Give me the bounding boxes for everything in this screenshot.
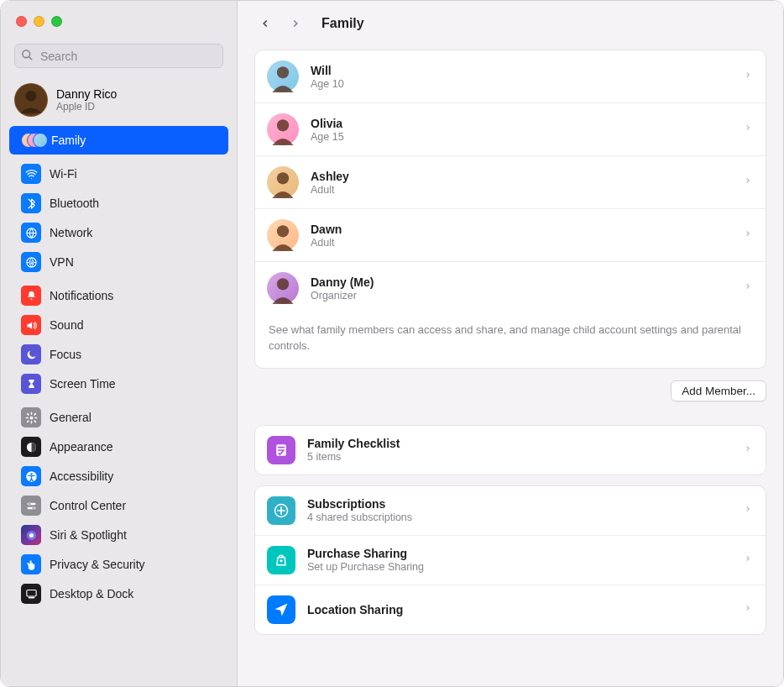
sidebar-item-label: Desktop & Dock [50, 587, 133, 600]
svg-rect-18 [26, 590, 35, 596]
sidebar-item-vpn[interactable]: VPN VPN [9, 248, 228, 276]
settings-window: Danny Rico Apple ID Family Wi-Fi [1, 1, 783, 686]
wifi-icon [21, 164, 41, 184]
chevron-right-icon [744, 503, 752, 518]
chevron-right-icon [744, 175, 752, 190]
member-name: Olivia [311, 117, 732, 130]
svg-point-8 [29, 416, 33, 419]
content-body[interactable]: Will Age 10 Olivia Age 15 Ashley Adult [238, 43, 783, 686]
svg-rect-27 [278, 449, 285, 451]
minimize-window-button[interactable] [34, 16, 44, 27]
avatar [14, 83, 48, 117]
svg-point-3 [26, 91, 37, 102]
member-name: Danny (Me) [311, 275, 732, 289]
avatar [267, 166, 299, 198]
setting-sub: 5 items [307, 451, 732, 463]
member-row[interactable]: Ashley Adult [255, 156, 766, 209]
zoom-window-button[interactable] [51, 16, 62, 27]
apple-id-row[interactable]: Danny Rico Apple ID [1, 78, 237, 125]
members-footer-text: See what family members can access and s… [255, 314, 766, 368]
sidebar-item-wi-fi[interactable]: Wi-Fi [9, 160, 228, 188]
sidebar-scroll[interactable]: Family Wi-Fi Bluetooth Network VPN VPN [1, 125, 237, 686]
svg-point-24 [277, 278, 289, 290]
window-controls [1, 1, 237, 37]
forward-button[interactable] [285, 13, 306, 34]
sidebar-item-screen-time[interactable]: Screen Time [9, 370, 228, 398]
member-row[interactable]: Will Age 10 [255, 50, 766, 103]
content-header: Family [238, 1, 783, 43]
member-sub: Adult [311, 237, 732, 249]
member-sub: Organizer [311, 290, 732, 302]
checklist-card: Family Checklist 5 items [254, 425, 766, 475]
speaker-icon [21, 315, 41, 335]
switches-icon [21, 496, 41, 516]
chevron-right-icon [744, 602, 752, 617]
setting-title: Purchase Sharing [307, 547, 732, 560]
svg-point-13 [28, 502, 31, 506]
close-window-button[interactable] [16, 16, 27, 27]
avatar [267, 113, 299, 145]
sidebar-item-label: Accessibility [50, 469, 113, 483]
sidebar-item-notifications[interactable]: Notifications [9, 281, 228, 310]
setting-title: Location Sharing [307, 603, 732, 616]
globe-icon [21, 223, 41, 243]
member-name: Ashley [311, 170, 732, 183]
account-sub: Apple ID [56, 101, 117, 113]
sidebar-item-label: Control Center [50, 499, 126, 512]
location-sharing-row[interactable]: Location Sharing [255, 585, 766, 634]
sidebar-item-label: General [50, 411, 91, 424]
chevron-right-icon [744, 553, 752, 568]
avatar [267, 60, 299, 92]
sidebar-item-label: Notifications [50, 289, 113, 302]
sidebar-item-focus[interactable]: Focus [9, 340, 228, 369]
sidebar-item-sound[interactable]: Sound [9, 311, 228, 339]
chevron-right-icon [744, 443, 752, 458]
search-input[interactable] [14, 44, 223, 68]
chevron-right-icon [744, 69, 752, 84]
checklist-icon [267, 436, 295, 464]
setting-title: Family Checklist [307, 437, 732, 450]
sidebar: Danny Rico Apple ID Family Wi-Fi [1, 1, 238, 686]
hand-icon [21, 554, 41, 574]
sidebar-item-network[interactable]: Network [9, 218, 228, 247]
sidebar-item-family[interactable]: Family [9, 126, 228, 155]
star-icon [267, 496, 295, 525]
svg-point-21 [277, 119, 289, 131]
dock-icon [21, 584, 41, 604]
member-row[interactable]: Dawn Adult [255, 209, 766, 262]
chevron-right-icon [744, 228, 752, 243]
avatar [267, 219, 299, 251]
sidebar-item-general[interactable]: General [9, 403, 228, 432]
sidebar-item-label: Bluetooth [50, 197, 99, 210]
members-card: Will Age 10 Olivia Age 15 Ashley Adult [254, 50, 766, 369]
bag-icon [267, 546, 295, 574]
sidebar-item-bluetooth[interactable]: Bluetooth [9, 189, 228, 218]
member-row[interactable]: Danny (Me) Organizer [255, 262, 766, 314]
sidebar-item-siri-spotlight[interactable]: Siri & Spotlight [9, 521, 228, 549]
sidebar-item-desktop-dock[interactable]: Desktop & Dock [9, 579, 228, 608]
bluetooth-icon [21, 193, 41, 213]
avatar [267, 272, 299, 304]
sidebar-item-privacy-security[interactable]: Privacy & Security [9, 550, 228, 579]
sidebar-item-label: Screen Time [50, 377, 116, 391]
sidebar-item-label: Network [50, 226, 92, 239]
sidebar-item-accessibility[interactable]: Accessibility [9, 462, 228, 490]
add-member-button[interactable]: Add Member... [671, 380, 766, 401]
sidebar-item-appearance[interactable]: Appearance [9, 433, 228, 461]
sidebar-item-label: Siri & Spotlight [50, 528, 127, 542]
chevron-right-icon [744, 122, 752, 137]
sidebar-item-label: VPN [50, 255, 74, 269]
accessibility-icon [21, 466, 41, 486]
bell-icon [21, 286, 41, 306]
member-sub: Adult [311, 184, 732, 196]
sidebar-item-control-center[interactable]: Control Center [9, 491, 228, 520]
subscriptions-row[interactable]: Subscriptions 4 shared subscriptions [255, 486, 766, 535]
sidebar-item-label: Family [51, 134, 86, 147]
member-row[interactable]: Olivia Age 15 [255, 103, 766, 156]
account-name: Danny Rico [56, 87, 117, 101]
svg-point-17 [29, 533, 34, 538]
back-button[interactable] [254, 13, 276, 34]
purchase-sharing-row[interactable]: Purchase Sharing Set up Purchase Sharing [255, 535, 766, 585]
family-checklist-row[interactable]: Family Checklist 5 items [255, 426, 766, 475]
svg-point-29 [280, 559, 282, 562]
